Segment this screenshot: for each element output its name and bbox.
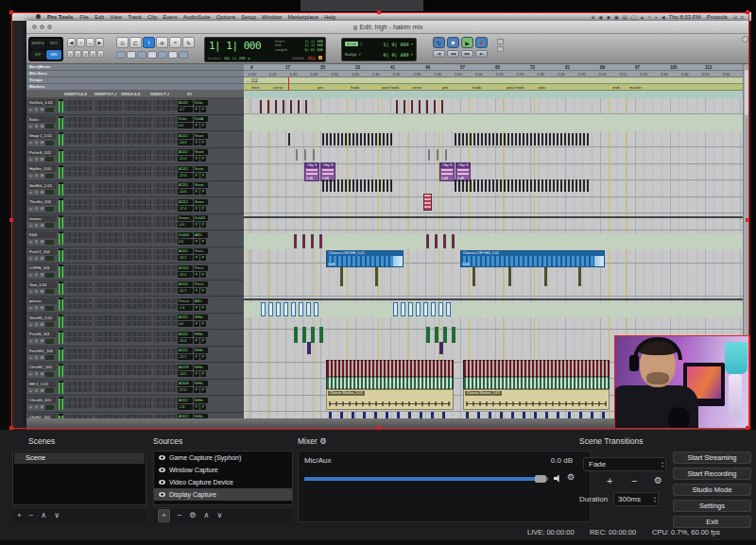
slot-row[interactable] [94,354,122,359]
slot-row[interactable] [153,403,180,408]
slot-row[interactable] [94,123,122,128]
source-item[interactable]: Display Capture [154,488,292,501]
window-title-bar[interactable]: Edit: high - hakim mix [26,21,749,34]
inserts-f-j-grid[interactable] [94,282,122,295]
solo-button[interactable]: S [34,141,39,145]
add-source-icon[interactable]: + [158,509,170,522]
solo-button[interactable]: S [34,289,39,294]
small-audio-clip[interactable] [431,302,436,316]
slot-row[interactable] [153,222,180,227]
zoom-preset-2[interactable]: 2 [75,50,81,58]
pan-right-readout[interactable]: P [200,255,206,261]
pan-left-readout[interactable]: P [194,288,199,294]
trim-tool[interactable]: ⊏ [129,37,142,48]
slot-row[interactable] [94,189,122,194]
toolbar-mini-button-1[interactable] [497,39,504,44]
slot-row[interactable] [124,100,151,105]
solo-button[interactable]: S [34,124,39,128]
zoom-vertical-icon[interactable]: ↕ [77,38,85,47]
volume-readout[interactable]: -4.7 [178,107,193,112]
small-audio-clip[interactable] [423,302,428,316]
menu-edit[interactable]: Edit [94,14,104,20]
pan-right-readout[interactable]: P [200,387,206,393]
inserts-f-j-grid[interactable] [94,199,122,212]
sends-f-j-grid[interactable] [153,298,180,311]
pan-right-readout[interactable]: P [200,189,206,195]
track-name[interactable]: PrclvH_101 [28,331,57,337]
start-streaming-button[interactable]: Start Streaming [673,451,751,464]
add-transition-icon[interactable]: + [607,475,612,486]
spotlight-search-icon[interactable]: ⊙ [733,14,737,20]
slot-row[interactable] [64,238,92,243]
mute-button[interactable]: M [40,256,44,261]
toolbar-segment-button[interactable] [127,51,136,59]
inserts-a-e-grid[interactable] [64,183,92,196]
midi-clip[interactable]: Oby S0 dB [439,162,455,181]
slot-row[interactable] [94,199,122,204]
group-assignment[interactable]: HiHts [194,365,208,370]
automation-mode-button[interactable] [45,289,54,294]
zoomer-tool[interactable]: ⊙ [116,37,129,48]
record-enable-button[interactable]: ● [28,372,33,377]
visibility-eye-icon[interactable] [159,455,165,460]
inserts-f-j-grid[interactable] [94,398,122,410]
small-audio-clip[interactable] [393,302,398,316]
small-audio-clip[interactable] [284,302,288,316]
automation-mode-button[interactable] [45,141,54,145]
edit-mode-spot[interactable]: SPOT [46,39,61,49]
source-item[interactable]: Game Capture (Syphon) [154,451,292,464]
sends-a-e-grid[interactable] [124,100,151,112]
record-enable-button[interactable]: ● [28,306,33,311]
slot-row[interactable] [153,304,180,309]
inserts-f-j-grid[interactable] [94,349,122,361]
channel-gear-icon[interactable]: ⚙ [567,472,575,482]
sends-f-j-grid[interactable] [153,232,180,245]
visibility-eye-icon[interactable] [159,468,165,472]
volume-readout[interactable]: -4.6 [178,222,193,228]
slot-row[interactable] [94,232,122,237]
solo-button[interactable]: S [34,223,39,228]
midi-tick-clip[interactable] [296,149,321,161]
small-audio-clip[interactable] [446,302,451,316]
grid-value[interactable]: 1| 0| 000 [383,42,408,47]
slot-row[interactable] [94,100,122,105]
sends-f-j-grid[interactable] [153,133,180,145]
sends-f-j-grid[interactable] [153,216,180,229]
output-path[interactable]: A1112 [178,100,193,106]
pan-right-readout[interactable]: P [200,107,206,112]
start-recording-button[interactable]: Start Recording [673,468,751,480]
dense-audio-clip[interactable] [463,377,610,389]
solo-button[interactable]: S [34,355,39,360]
go-to-end-button[interactable]: ▶| [475,50,488,58]
pan-right-readout[interactable]: P [200,338,206,344]
automation-mode-button[interactable] [45,157,54,162]
slot-row[interactable] [124,156,151,161]
slot-row[interactable] [94,166,122,171]
track-name[interactable]: snares [28,215,57,222]
slot-row[interactable] [153,349,180,353]
slot-row[interactable] [94,216,122,221]
pan-right-readout[interactable]: P [200,222,206,228]
mute-button[interactable]: M [40,240,44,245]
edit-mode-slip[interactable]: SLIP [30,50,45,60]
slot-row[interactable] [124,139,151,144]
inserts-a-e-grid[interactable] [64,365,92,377]
sources-list[interactable]: Game Capture (Syphon)Window CaptureVideo… [153,451,293,505]
pan-left-readout[interactable]: P [194,272,199,278]
record-enable-button[interactable]: ● [28,322,33,327]
slot-row[interactable] [64,117,92,122]
slot-row[interactable] [94,365,122,369]
solo-button[interactable]: S [34,273,39,278]
mute-button[interactable]: M [40,322,44,327]
slot-row[interactable] [153,232,180,237]
mute-button[interactable]: M [40,273,44,278]
webcam-overlay[interactable] [614,335,750,429]
inserts-f-j-grid[interactable] [94,216,122,229]
menu-clip[interactable]: Clip [147,14,157,20]
slot-row[interactable] [64,288,92,293]
zoom-preset-5[interactable]: 5 [97,50,104,58]
slot-row[interactable] [153,100,180,105]
automation-mode-button[interactable] [45,405,54,410]
toolbar-segment-button[interactable] [168,51,178,59]
slot-row[interactable] [94,156,122,161]
